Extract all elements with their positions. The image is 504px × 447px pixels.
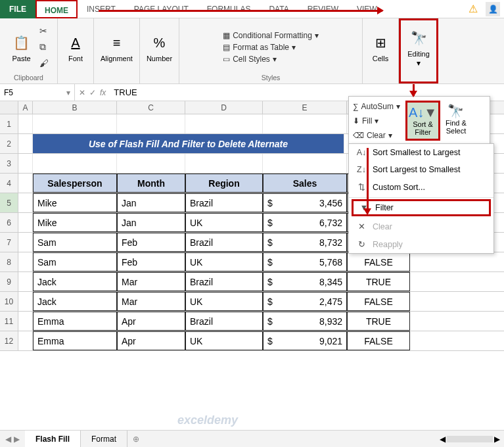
cell-month[interactable]: Feb xyxy=(117,233,185,252)
cell[interactable] xyxy=(18,292,33,311)
cell-region[interactable]: Brazil xyxy=(185,272,263,291)
cell-salesperson[interactable]: Mike xyxy=(33,193,117,212)
custom-sort[interactable]: ⇅Custom Sort... xyxy=(349,178,493,196)
filter[interactable]: ▼Filter xyxy=(352,199,491,216)
cell-month[interactable]: Jan xyxy=(117,193,185,212)
cell[interactable] xyxy=(18,272,33,291)
cell-region[interactable]: UK xyxy=(185,331,263,350)
cell[interactable] xyxy=(18,312,33,331)
cell-region[interactable]: Brazil xyxy=(185,193,263,212)
chevron-down-icon[interactable]: ▾ xyxy=(66,88,70,97)
row-header[interactable]: 8 xyxy=(0,252,18,271)
fx-icon[interactable]: fx xyxy=(100,88,106,97)
cell-sales[interactable]: $8,932 xyxy=(263,312,347,331)
select-all-corner[interactable] xyxy=(0,101,18,114)
add-sheet-button[interactable]: ⊕ xyxy=(127,435,145,444)
alignment-button[interactable]: ≡Alignment xyxy=(98,30,135,64)
header-region[interactable]: Region xyxy=(185,174,263,193)
cell-flag[interactable]: TRUE xyxy=(347,312,410,331)
cell-sales[interactable]: $5,768 xyxy=(263,252,347,271)
cell-region[interactable]: Brazil xyxy=(185,233,263,252)
row-header[interactable]: 4 xyxy=(0,174,18,193)
cancel-icon[interactable]: ✕ xyxy=(79,88,85,97)
autosum-button[interactable]: ∑AutoSum▾ xyxy=(352,101,401,112)
cell[interactable] xyxy=(18,331,33,350)
cell[interactable] xyxy=(18,233,33,252)
cell-sales[interactable]: $8,732 xyxy=(263,233,347,252)
row-header[interactable]: 5 xyxy=(0,193,18,212)
cell-flag[interactable]: FALSE xyxy=(347,331,410,350)
cell-month[interactable]: Feb xyxy=(117,252,185,271)
cell-salesperson[interactable]: Mike xyxy=(33,213,117,232)
format-as-table-button[interactable]: ▤Format as Table▾ xyxy=(223,43,319,52)
nav-next-icon[interactable]: ▶ xyxy=(14,435,20,444)
header-month[interactable]: Month xyxy=(117,174,185,193)
row-header[interactable]: 9 xyxy=(0,272,18,291)
cell-sales[interactable]: $8,345 xyxy=(263,272,347,291)
cell-salesperson[interactable]: Sam xyxy=(33,233,117,252)
cell-sales[interactable]: $6,732 xyxy=(263,213,347,232)
conditional-formatting-button[interactable]: ▦Conditional Formatting▾ xyxy=(223,31,319,40)
cell-salesperson[interactable]: Jack xyxy=(33,272,117,291)
col-b[interactable]: B xyxy=(33,101,117,114)
nav-prev-icon[interactable]: ◀ xyxy=(5,435,11,444)
tab-file[interactable]: FILE xyxy=(0,0,35,18)
cells-button[interactable]: ⊞Cells xyxy=(367,30,394,64)
tab-data[interactable]: DATA xyxy=(260,0,298,18)
name-box[interactable]: F5▾ xyxy=(0,84,75,101)
find-select-button[interactable]: 🔭 Find & Select xyxy=(444,101,468,137)
tab-review[interactable]: REVIEW xyxy=(298,0,348,18)
header-salesperson[interactable]: Salesperson xyxy=(33,174,117,193)
cell-flag[interactable]: FALSE xyxy=(347,252,410,271)
cut-icon[interactable]: ✂ xyxy=(38,24,50,37)
row-header[interactable]: 6 xyxy=(0,213,18,232)
cell-salesperson[interactable]: Jack xyxy=(33,292,117,311)
sheet-nav[interactable]: ◀▶ xyxy=(0,435,25,444)
cell-styles-button[interactable]: ▭Cell Styles▾ xyxy=(223,55,319,64)
horizontal-scrollbar[interactable]: ◀▶ xyxy=(436,435,504,444)
tab-formulas[interactable]: FORMULAS xyxy=(198,0,260,18)
cell-month[interactable]: Apr xyxy=(117,331,185,350)
format-painter-icon[interactable]: 🖌 xyxy=(38,57,50,70)
sort-smallest-to-largest[interactable]: A↓Sort Smallest to Largest xyxy=(349,144,493,161)
group-editing[interactable]: 🔭Editing▾ xyxy=(399,18,438,83)
cell-flag[interactable]: FALSE xyxy=(347,292,410,311)
tab-insert[interactable]: INSERT xyxy=(78,0,125,18)
row-header[interactable]: 11 xyxy=(0,312,18,331)
row-header[interactable]: 1 xyxy=(0,114,18,133)
font-button[interactable]: AFont xyxy=(62,30,89,64)
col-c[interactable]: C xyxy=(117,101,185,114)
enter-icon[interactable]: ✓ xyxy=(89,88,96,97)
col-a[interactable]: A xyxy=(18,101,33,114)
cell-month[interactable]: Mar xyxy=(117,292,185,311)
sort-filter-button[interactable]: A↓▼ Sort & Filter xyxy=(405,101,440,141)
row-header[interactable]: 7 xyxy=(0,233,18,252)
cell-salesperson[interactable]: Emma xyxy=(33,312,117,331)
cell-month[interactable]: Mar xyxy=(117,272,185,291)
cell-sales[interactable]: $2,475 xyxy=(263,292,347,311)
sheet-tab-format[interactable]: Format xyxy=(81,431,127,448)
sort-largest-to-smallest[interactable]: Z↓Sort Largest to Smallest xyxy=(349,161,493,178)
cell[interactable] xyxy=(18,213,33,232)
title-cell[interactable]: Use of Flash Fill And Filter to Delete A… xyxy=(33,134,344,153)
cell-month[interactable]: Jan xyxy=(117,213,185,232)
cell-flag[interactable]: TRUE xyxy=(347,272,410,291)
cell-region[interactable]: UK xyxy=(185,252,263,271)
sheet-tab-flash-fill[interactable]: Flash Fill xyxy=(25,431,81,448)
cell-sales[interactable]: $9,021 xyxy=(263,331,347,350)
col-d[interactable]: D xyxy=(185,101,263,114)
cell-sales[interactable]: $3,456 xyxy=(263,193,347,212)
cell[interactable] xyxy=(18,193,33,212)
paste-button[interactable]: 📋 Paste xyxy=(8,30,35,64)
header-sales[interactable]: Sales xyxy=(263,174,347,193)
tab-page-layout[interactable]: PAGE LAYOUT xyxy=(125,0,198,18)
copy-icon[interactable]: ⧉ xyxy=(38,40,50,54)
cell-salesperson[interactable]: Sam xyxy=(33,252,117,271)
warning-icon[interactable]: ⚠ xyxy=(465,3,482,15)
col-e[interactable]: E xyxy=(263,101,347,114)
cell[interactable] xyxy=(18,252,33,271)
fill-button[interactable]: ⬇Fill▾ xyxy=(352,115,401,127)
tab-home[interactable]: HOME xyxy=(35,0,78,18)
user-avatar[interactable]: 👤 xyxy=(486,2,500,16)
cell-region[interactable]: UK xyxy=(185,292,263,311)
